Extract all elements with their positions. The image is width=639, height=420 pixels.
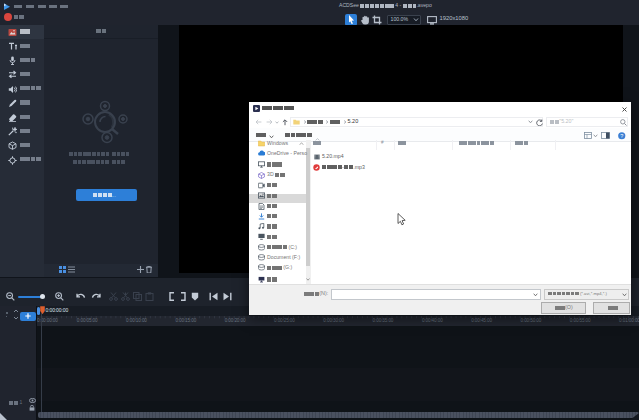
svg-text:?: ? <box>620 132 623 138</box>
